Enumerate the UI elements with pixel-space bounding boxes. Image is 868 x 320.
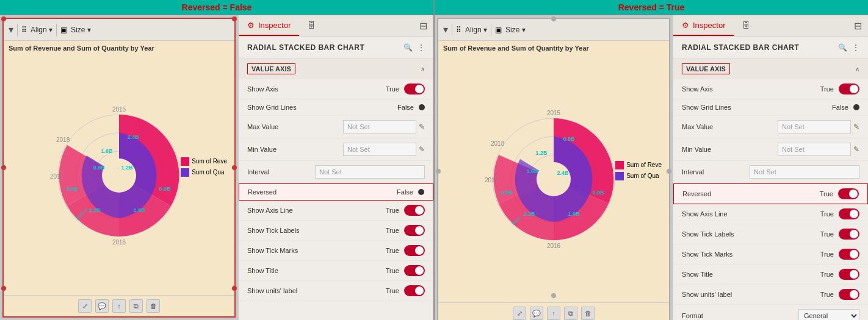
right-delete-icon[interactable]: 🗑 [581, 307, 595, 320]
right-top-toolbar: ▾ ⠿ Align ▾ ▣ Size ▾ [438, 19, 669, 41]
right-properties-section: VALUE AXIS ∧ Show Axis True Show Grid Li… [673, 59, 868, 320]
right-prop-reversed: Reversed True [673, 183, 868, 204]
left-tab-data[interactable]: 🗄 [299, 16, 324, 36]
right-chart-toolbar: ⤢ 💬 ↑ ⧉ 🗑 [438, 302, 669, 320]
right-chart-type-header: RADIAL STACKED BAR CHART 🔍 ⋮ [673, 37, 868, 59]
right-prop-axis-line: Show Axis Line True [673, 204, 868, 224]
svg-text:2018: 2018 [491, 140, 505, 147]
svg-text:2017: 2017 [485, 177, 499, 183]
right-prop-format: Format General Number Currency Percentag… [673, 305, 868, 320]
svg-text:1.2B: 1.2B [121, 165, 133, 171]
left-search-icon[interactable]: 🔍 [403, 43, 413, 52]
right-expand-icon[interactable]: ⤢ [513, 307, 526, 320]
left-toggle-tick-labels[interactable] [404, 225, 425, 236]
comment-icon[interactable]: 💬 [95, 299, 109, 313]
right-toggle-tick-labels[interactable] [839, 229, 859, 240]
left-size-label[interactable]: Size ▾ [71, 26, 91, 34]
svg-text:2.4B: 2.4B [557, 170, 569, 176]
left-prop-units-label: Show units' label True [239, 281, 433, 301]
right-align-icon: ⠿ [456, 26, 461, 34]
right-search-icon[interactable]: 🔍 [838, 43, 847, 52]
right-toggle-show-axis[interactable] [839, 84, 859, 94]
right-prop-units-label: Show units' label True [673, 285, 868, 305]
left-properties-section: VALUE AXIS ∧ Show Axis True Show Grid Li… [239, 59, 433, 320]
right-prop-tick-labels: Show Tick Labels True [673, 224, 868, 244]
svg-point-20 [537, 162, 571, 196]
right-comment-icon[interactable]: 💬 [530, 307, 543, 320]
right-prop-show-axis: Show Axis True [673, 79, 868, 99]
right-toggle-tick-marks[interactable] [839, 249, 859, 260]
right-legend: Sum of Reve Sum of Qua [615, 161, 662, 183]
left-prop-axis-line: Show Axis Line True [239, 201, 433, 221]
left-chevron-icon[interactable]: ▾ [9, 24, 13, 35]
right-tab-data[interactable]: 🗄 [734, 16, 759, 36]
left-chart-type-label: RADIAL STACKED BAR CHART [247, 43, 364, 52]
right-edit-max-icon[interactable]: ✎ [853, 123, 859, 131]
svg-text:2018: 2018 [56, 137, 70, 143]
right-chart-type-label: RADIAL STACKED BAR CHART [682, 43, 799, 52]
right-align-label[interactable]: Align ▾ [465, 26, 487, 34]
right-input-min[interactable]: Not Set [778, 143, 851, 156]
right-toggle-reversed[interactable] [838, 188, 859, 199]
left-inspector-panel: ⚙ Inspector 🗄 ⊟ RADIAL STACKED BAR CHART… [238, 15, 433, 320]
right-inspector-panel: ⚙ Inspector 🗄 ⊟ RADIAL STACKED BAR CHART… [673, 15, 868, 320]
svg-text:2015: 2015 [547, 110, 561, 116]
right-prop-show-title: Show Title True [673, 265, 868, 285]
left-toggle-axis-line[interactable] [404, 205, 425, 216]
svg-text:2016: 2016 [112, 239, 126, 246]
left-input-interval[interactable]: Not Set [315, 165, 425, 179]
right-prop-tick-marks: Show Tick Marks True [673, 244, 868, 265]
right-toggle-show-title[interactable] [839, 269, 859, 280]
left-panel: Reversed = False ▾ ⠿ Align ▾ ▣ Size ▾ Su… [0, 0, 435, 320]
left-toggle-show-title[interactable] [404, 265, 425, 276]
share-icon[interactable]: ↑ [112, 299, 126, 313]
right-tab-inspector[interactable]: ⚙ Inspector [673, 16, 734, 36]
left-prop-grid-lines: Show Grid Lines False [239, 99, 433, 116]
left-size-icon: ▣ [60, 26, 67, 34]
left-prop-show-title: Show Title True [239, 261, 433, 281]
left-prop-min-value: Min Value Not Set ✎ [239, 138, 433, 161]
right-more-icon[interactable]: ⋮ [852, 43, 859, 52]
left-align-label[interactable]: Align ▾ [31, 26, 52, 34]
left-more-icon[interactable]: ⋮ [418, 43, 425, 52]
right-gear-icon: ⚙ [682, 21, 689, 30]
left-tab-inspector[interactable]: ⚙ Inspector [239, 16, 299, 36]
right-sidebar-toggle[interactable]: ⊟ [848, 15, 868, 37]
right-chevron-icon[interactable]: ▾ [443, 24, 448, 35]
left-edit-min-icon[interactable]: ✎ [419, 145, 425, 154]
right-duplicate-icon[interactable]: ⧉ [564, 307, 577, 320]
duplicate-icon[interactable]: ⧉ [129, 299, 143, 313]
right-toggle-axis-line[interactable] [839, 208, 859, 219]
right-size-label[interactable]: Size ▾ [505, 26, 526, 34]
left-section-header: VALUE AXIS ∧ [239, 59, 433, 79]
expand-icon[interactable]: ⤢ [78, 299, 92, 313]
left-chart-canvas: Sum of Revenue and Sum of Quantity by Ye… [4, 41, 234, 295]
left-chevron-icon[interactable]: ∧ [421, 66, 425, 73]
left-edit-max-icon[interactable]: ✎ [419, 123, 425, 131]
right-header: Reversed = True [435, 0, 868, 15]
svg-text:2.4B: 2.4B [127, 134, 139, 140]
right-select-format[interactable]: General Number Currency Percentage [798, 309, 859, 320]
left-input-min[interactable]: Not Set [343, 143, 416, 156]
left-toggle-tick-marks[interactable] [404, 245, 425, 256]
delete-icon[interactable]: 🗑 [146, 299, 160, 313]
left-toggle-units-label[interactable] [404, 285, 425, 296]
left-header: Reversed = False [0, 0, 433, 15]
right-chart-canvas: Sum of Revenue and Sum of Quantity by Ye… [438, 41, 669, 302]
right-input-max[interactable]: Not Set [778, 120, 851, 133]
left-inspector-header: ⚙ Inspector 🗄 ⊟ [239, 15, 433, 37]
left-top-toolbar: ▾ ⠿ Align ▾ ▣ Size ▾ [4, 19, 234, 41]
left-sidebar-toggle[interactable]: ⊟ [413, 15, 433, 37]
left-toggle-show-axis[interactable] [404, 84, 425, 94]
right-chevron-icon[interactable]: ∧ [855, 66, 859, 73]
right-edit-min-icon[interactable]: ✎ [853, 145, 859, 154]
left-prop-reversed: Reversed False [239, 183, 433, 201]
right-share-icon[interactable]: ↑ [547, 307, 560, 320]
left-prop-show-axis: Show Axis True [239, 79, 433, 99]
svg-text:0.0B: 0.0B [501, 190, 513, 196]
right-input-interval[interactable]: Not Set [750, 165, 859, 179]
right-toggle-units-label[interactable] [839, 289, 859, 300]
left-input-max[interactable]: Not Set [343, 120, 416, 133]
svg-text:0.8B: 0.8B [563, 136, 575, 142]
right-database-icon: 🗄 [742, 21, 750, 30]
